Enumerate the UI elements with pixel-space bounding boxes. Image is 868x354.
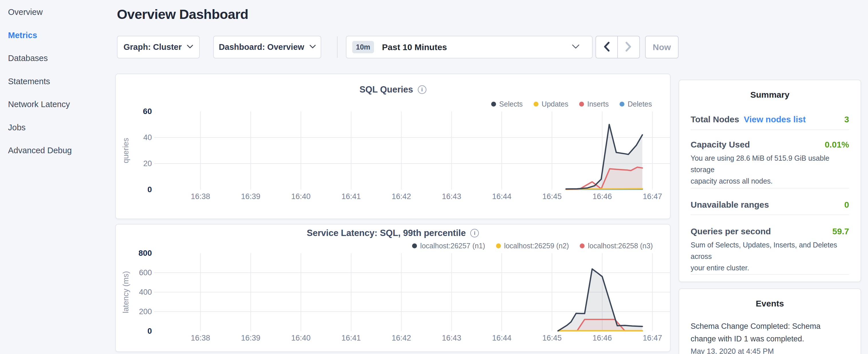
summary-row-capacity-used: Capacity Used 0.01% You are using 28.6 M… xyxy=(691,130,849,189)
chevron-down-icon xyxy=(309,45,316,50)
legend-label: Updates xyxy=(541,100,568,108)
svg-text:16:40: 16:40 xyxy=(291,192,311,201)
svg-text:16:43: 16:43 xyxy=(442,192,461,201)
chevron-right-icon xyxy=(625,41,632,53)
events-panel: Events Schema Change Completed: Schema c… xyxy=(679,288,861,354)
svg-text:400: 400 xyxy=(139,288,152,296)
svg-text:40: 40 xyxy=(143,133,152,142)
svg-text:16:46: 16:46 xyxy=(593,334,612,342)
summary-row-value: 3 xyxy=(844,115,849,124)
svg-text:600: 600 xyxy=(139,268,152,277)
svg-text:16:47: 16:47 xyxy=(643,334,662,342)
legend-dot-icon xyxy=(534,102,538,106)
svg-text:16:38: 16:38 xyxy=(191,192,210,201)
summary-row-value: 0.01% xyxy=(825,140,849,150)
next-time-button[interactable] xyxy=(618,36,640,58)
summary-row-description: You are using 28.6 MiB of 515.9 GiB usab… xyxy=(691,152,849,187)
summary-row-value: 0 xyxy=(844,200,849,210)
summary-row-value: 59.7 xyxy=(833,227,849,236)
legend-label: localhost:26258 (n3) xyxy=(588,242,653,250)
svg-text:800: 800 xyxy=(138,249,152,257)
previous-time-button[interactable] xyxy=(596,36,618,58)
chart-title: Service Latency: SQL, 99th percentile xyxy=(307,228,466,238)
svg-text:16:43: 16:43 xyxy=(442,334,461,342)
sidebar-item-statements[interactable]: Statements xyxy=(8,75,50,87)
legend-item: localhost:26258 (n3) xyxy=(580,242,653,250)
service-latency-chart-card: Service Latency: SQL, 99th percentile i … xyxy=(115,224,671,352)
svg-text:16:44: 16:44 xyxy=(492,192,512,201)
legend-label: localhost:26257 (n1) xyxy=(420,242,485,250)
info-icon[interactable]: i xyxy=(470,229,479,237)
svg-text:200: 200 xyxy=(139,307,152,316)
summary-row-queries-per-second: Queries per second 59.7 Sum of Selects, … xyxy=(691,215,849,275)
chart-title-row: Service Latency: SQL, 99th percentile i xyxy=(116,228,670,238)
svg-text:16:45: 16:45 xyxy=(542,192,562,201)
graph-dropdown-label: Graph: Cluster xyxy=(124,42,182,52)
svg-text:20: 20 xyxy=(143,159,152,168)
time-range-dropdown[interactable]: 10m Past 10 Minutes xyxy=(346,36,593,58)
svg-text:16:38: 16:38 xyxy=(191,334,210,342)
legend-item: Updates xyxy=(534,100,568,108)
svg-text:16:42: 16:42 xyxy=(392,192,411,201)
summary-panel: Summary Total Nodes View nodes list 3 Ca… xyxy=(679,79,861,282)
sidebar-item-metrics[interactable]: Metrics xyxy=(8,30,37,41)
legend-item: localhost:26259 (n2) xyxy=(496,242,569,250)
summary-title: Summary xyxy=(691,80,849,100)
svg-text:0: 0 xyxy=(147,326,152,335)
metrics-page: OverviewMetricsDatabasesStatementsNetwor… xyxy=(0,0,868,354)
summary-row-label: Unavailable ranges xyxy=(691,200,769,210)
now-button[interactable]: Now xyxy=(645,36,679,58)
svg-text:16:41: 16:41 xyxy=(342,192,361,201)
summary-row-description: Sum of Selects, Updates, Inserts, and De… xyxy=(691,239,849,273)
sidebar-item-network-latency[interactable]: Network Latency xyxy=(8,99,70,110)
events-title: Events xyxy=(691,289,849,309)
graph-dropdown[interactable]: Graph: Cluster xyxy=(117,36,200,58)
info-icon[interactable]: i xyxy=(418,85,426,94)
view-nodes-list-link[interactable]: View nodes list xyxy=(744,115,806,124)
chart-legend: SelectsUpdatesInsertsDeletes xyxy=(491,100,652,108)
sidebar-nav: OverviewMetricsDatabasesStatementsNetwor… xyxy=(0,0,115,354)
legend-label: localhost:26259 (n2) xyxy=(504,242,569,250)
page-title: Overview Dashboard xyxy=(117,6,248,22)
legend-label: Inserts xyxy=(587,100,609,108)
time-pager xyxy=(595,36,640,58)
svg-text:queries: queries xyxy=(122,138,130,163)
svg-text:16:45: 16:45 xyxy=(542,334,562,342)
svg-text:16:42: 16:42 xyxy=(392,334,411,342)
legend-label: Selects xyxy=(499,100,523,108)
time-range-badge: 10m xyxy=(352,41,374,53)
svg-text:16:39: 16:39 xyxy=(241,334,260,342)
legend-dot-icon xyxy=(579,102,584,106)
legend-item: Inserts xyxy=(579,100,609,108)
sidebar-item-databases[interactable]: Databases xyxy=(8,53,48,64)
sql-queries-chart: 16:3816:3916:4016:4116:4216:4316:4416:45… xyxy=(116,74,671,220)
toolbar-divider xyxy=(337,36,338,58)
summary-row-label: Queries per second xyxy=(691,227,771,236)
svg-text:60: 60 xyxy=(143,107,152,116)
chevron-left-icon xyxy=(603,41,610,53)
svg-text:16:46: 16:46 xyxy=(593,192,612,201)
event-timestamp: May 13, 2020 at 4:45 PM xyxy=(691,347,849,354)
chart-title: SQL Queries xyxy=(359,85,413,95)
svg-text:16:41: 16:41 xyxy=(342,334,361,342)
sidebar-item-advanced-debug[interactable]: Advanced Debug xyxy=(8,144,72,156)
summary-row-total-nodes: Total Nodes View nodes list 3 xyxy=(691,115,849,130)
chart-legend: localhost:26257 (n1)localhost:26259 (n2)… xyxy=(412,242,653,250)
summary-row-unavailable-ranges: Unavailable ranges 0 xyxy=(691,189,849,215)
dashboard-dropdown-label: Dashboard: Overview xyxy=(219,42,304,52)
legend-item: localhost:26257 (n1) xyxy=(412,242,485,250)
legend-label: Deletes xyxy=(627,100,652,108)
chevron-down-icon xyxy=(187,45,193,50)
svg-text:16:44: 16:44 xyxy=(492,334,512,342)
legend-dot-icon xyxy=(620,102,624,106)
time-range-label: Past 10 Minutes xyxy=(382,42,447,52)
legend-dot-icon xyxy=(491,102,496,106)
dashboard-dropdown[interactable]: Dashboard: Overview xyxy=(213,36,321,58)
sidebar-item-overview[interactable]: Overview xyxy=(8,6,43,18)
chart-title-row: SQL Queries i xyxy=(116,85,670,95)
sidebar-item-jobs[interactable]: Jobs xyxy=(8,122,26,133)
svg-text:0: 0 xyxy=(147,185,152,194)
event-item[interactable]: Schema Change Completed: Schema change w… xyxy=(691,320,849,354)
legend-item: Selects xyxy=(491,100,523,108)
legend-dot-icon xyxy=(580,244,585,248)
